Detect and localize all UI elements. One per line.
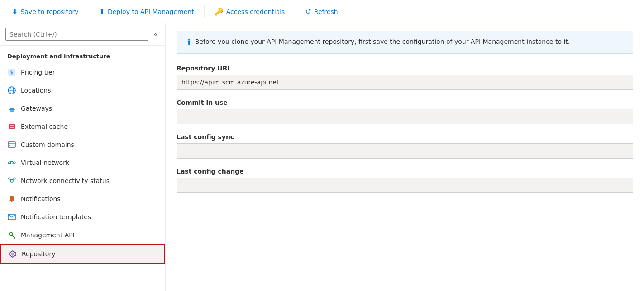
save-icon: ⬇: [12, 7, 18, 16]
repository-url-label: Repository URL: [177, 65, 633, 72]
repository-url-value: https://apim.scm.azure-api.net: [177, 75, 633, 90]
main-layout: « Deployment and infrastructure $ Pricin…: [0, 23, 644, 291]
network-connectivity-label: Network connectivity status: [21, 177, 110, 184]
sidebar: « Deployment and infrastructure $ Pricin…: [0, 23, 166, 291]
locations-icon: [7, 86, 16, 95]
svg-rect-22: [11, 201, 13, 202]
last-sync-label: Last config sync: [177, 133, 633, 141]
commit-label: Commit in use: [177, 99, 633, 106]
collapse-button[interactable]: «: [152, 28, 160, 40]
gateways-label: Gateways: [21, 105, 52, 112]
svg-rect-9: [8, 142, 15, 147]
locations-label: Locations: [21, 87, 51, 94]
notification-templates-label: Notification templates: [21, 213, 91, 221]
sidebar-item-repository[interactable]: Repository: [0, 244, 165, 264]
sidebar-item-network-connectivity[interactable]: Network connectivity status: [0, 172, 165, 190]
info-icon: ℹ: [187, 38, 191, 47]
sidebar-item-gateways[interactable]: Gateways: [0, 99, 165, 117]
sidebar-section-title: Deployment and infrastructure: [0, 46, 165, 63]
external-cache-label: External cache: [21, 123, 68, 130]
info-text: Before you clone your API Management rep…: [195, 37, 570, 47]
sidebar-item-notification-templates[interactable]: Notification templates: [0, 208, 165, 226]
svg-rect-23: [8, 214, 15, 220]
svg-text:$: $: [10, 70, 14, 75]
svg-line-25: [12, 235, 15, 238]
form-section: Repository URL https://apim.scm.azure-ap…: [166, 61, 644, 206]
sidebar-item-external-cache[interactable]: External cache: [0, 117, 165, 136]
notifications-label: Notifications: [21, 195, 61, 202]
last-change-label: Last config change: [177, 168, 633, 175]
svg-point-12: [10, 161, 13, 164]
last-sync-value: [177, 143, 633, 159]
sidebar-item-custom-domains[interactable]: Custom domains: [0, 136, 165, 154]
deploy-icon: ⬆: [99, 7, 105, 16]
management-api-icon: [7, 230, 16, 239]
notifications-icon: [7, 194, 16, 203]
commit-value: [177, 109, 633, 124]
svg-point-17: [10, 179, 13, 182]
last-config-sync-group: Last config sync: [177, 133, 633, 159]
custom-domains-icon: [7, 140, 16, 149]
deploy-to-api-button[interactable]: ⬆ Deploy to API Management: [95, 5, 199, 19]
virtual-network-label: Virtual network: [21, 159, 69, 166]
toolbar-separator-1: [89, 5, 89, 18]
svg-rect-6: [9, 124, 15, 129]
refresh-button[interactable]: ↺ Refresh: [301, 5, 342, 19]
svg-rect-8: [10, 127, 14, 128]
info-banner: ℹ Before you clone your API Management r…: [177, 31, 633, 54]
virtual-network-icon: [7, 158, 16, 167]
repository-icon: [8, 249, 17, 258]
gateways-icon: [7, 104, 16, 113]
search-container: «: [0, 23, 165, 46]
search-input[interactable]: [5, 28, 148, 41]
svg-rect-11: [9, 145, 10, 146]
repository-url-group: Repository URL https://apim.scm.azure-ap…: [177, 65, 633, 90]
svg-point-19: [14, 178, 15, 179]
sidebar-scroll: Deployment and infrastructure $ Pricing …: [0, 46, 165, 291]
repository-label: Repository: [22, 250, 55, 258]
management-api-label: Management API: [21, 231, 75, 239]
last-config-change-group: Last config change: [177, 168, 633, 193]
main-content: ℹ Before you clone your API Management r…: [166, 23, 644, 291]
toolbar: ⬇ Save to repository ⬆ Deploy to API Man…: [0, 0, 644, 23]
commit-in-use-group: Commit in use: [177, 99, 633, 124]
network-connectivity-icon: [7, 176, 16, 185]
sidebar-item-notifications[interactable]: Notifications: [0, 190, 165, 208]
key-icon: 🔑: [215, 7, 224, 16]
pricing-tier-label: Pricing tier: [21, 69, 55, 76]
svg-point-14: [14, 162, 15, 164]
refresh-icon: ↺: [305, 7, 311, 16]
pricing-tier-icon: $: [7, 68, 16, 77]
svg-rect-5: [10, 110, 14, 112]
svg-marker-27: [11, 253, 14, 256]
toolbar-separator-2: [204, 5, 205, 18]
svg-rect-7: [10, 125, 14, 126]
svg-point-13: [8, 162, 10, 164]
sidebar-item-virtual-network[interactable]: Virtual network: [0, 154, 165, 172]
save-to-repository-button[interactable]: ⬇ Save to repository: [7, 5, 83, 19]
toolbar-separator-3: [295, 5, 295, 18]
sidebar-item-locations[interactable]: Locations: [0, 81, 165, 99]
svg-point-18: [8, 178, 10, 179]
notification-templates-icon: [7, 212, 16, 221]
custom-domains-label: Custom domains: [21, 141, 74, 148]
last-change-value: [177, 178, 633, 193]
external-cache-icon: [7, 122, 16, 131]
sidebar-item-management-api[interactable]: Management API: [0, 226, 165, 244]
access-credentials-button[interactable]: 🔑 Access credentials: [210, 5, 290, 19]
sidebar-item-pricing-tier[interactable]: $ Pricing tier: [0, 63, 165, 81]
